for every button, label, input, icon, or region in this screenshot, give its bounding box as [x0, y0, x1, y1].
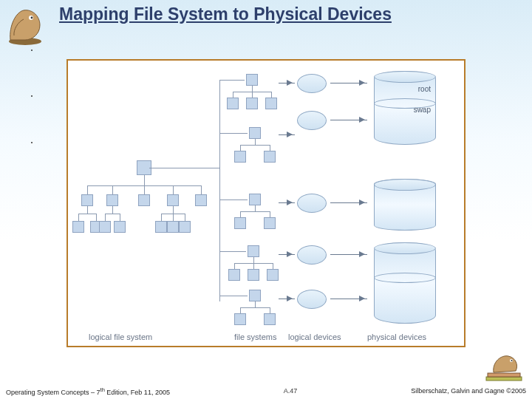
arrow-icon	[330, 120, 367, 120]
physical-device-cylinder: root swap	[374, 71, 436, 145]
arrow-icon	[330, 254, 367, 255]
tree-node	[246, 98, 258, 109]
svg-rect-3	[486, 377, 522, 381]
logical-device	[297, 290, 327, 309]
tree-node	[81, 194, 93, 206]
page-title: Mapping File System to Physical Devices	[59, 4, 517, 24]
diagram-frame: logical file system file systems logical…	[66, 59, 466, 347]
tree-node	[155, 221, 167, 233]
footer-right: Silberschatz, Galvin and Gagne ©2005	[411, 387, 526, 395]
tree-node	[248, 269, 259, 281]
svg-point-6	[511, 360, 513, 361]
tree-node	[249, 194, 261, 205]
tree-node	[179, 221, 191, 233]
tree-node	[264, 313, 276, 325]
logical-device	[297, 111, 327, 130]
slide: Mapping File System to Physical Devices …	[0, 0, 532, 399]
arrow-icon	[330, 299, 367, 299]
footer-left: Operating System Concepts – 7th Edition,…	[6, 386, 170, 396]
arrow-icon	[279, 202, 295, 203]
caption-file-systems: file systems	[234, 332, 276, 341]
footer-text: 2005	[511, 387, 526, 395]
footer-text: Edition, Feb 11, 2005	[105, 389, 170, 396]
tree-node	[227, 98, 239, 109]
tree-node	[246, 74, 258, 86]
dinosaur-mascot-icon	[3, 3, 47, 47]
logical-fs-tree	[74, 160, 214, 256]
tree-node	[99, 221, 111, 233]
footer-text: Operating System Concepts – 7	[6, 389, 100, 396]
tree-node	[249, 127, 261, 139]
tree-node	[114, 221, 126, 233]
arrow-icon	[279, 134, 295, 135]
tree-node	[265, 98, 277, 109]
caption-logical-fs: logical file system	[89, 332, 152, 341]
caption-logical-devices: logical devices	[288, 332, 341, 341]
tree-node	[195, 194, 207, 206]
cyl-label-root: root	[418, 85, 431, 93]
tree-node	[234, 313, 246, 325]
tree-node	[249, 290, 261, 301]
physical-device-cylinder	[374, 179, 436, 231]
tree-node	[167, 194, 179, 206]
svg-point-2	[31, 17, 33, 19]
arrow-icon	[279, 299, 295, 299]
tree-node	[248, 245, 259, 257]
arrow-icon	[330, 83, 367, 83]
dinosaur-books-icon	[482, 349, 526, 386]
tree-node	[264, 217, 276, 229]
footer-page: A.47	[284, 387, 298, 395]
caption-physical-devices: physical devices	[367, 332, 426, 341]
logical-device	[297, 194, 327, 213]
tree-node	[234, 217, 246, 229]
tree-node	[106, 194, 118, 206]
slide-footer: Operating System Concepts – 7th Edition,…	[6, 386, 526, 396]
tree-node	[167, 221, 179, 233]
arrow-icon	[279, 254, 295, 255]
tree-node	[228, 269, 240, 281]
tree-node	[138, 194, 150, 206]
arrow-icon	[330, 202, 367, 203]
diagram: logical file system file systems logical…	[68, 61, 464, 346]
footer-text: Silberschatz, Galvin and Gagne	[411, 387, 506, 395]
logical-device	[297, 74, 327, 93]
svg-rect-4	[488, 373, 520, 377]
arrow-icon	[279, 83, 295, 83]
tree-node	[267, 269, 279, 281]
physical-device-cylinder	[374, 242, 436, 324]
tree-node	[72, 221, 84, 233]
tree-node	[234, 151, 246, 163]
logical-device	[297, 245, 327, 265]
tree-node	[264, 151, 276, 163]
cyl-label-swap: swap	[414, 106, 431, 114]
